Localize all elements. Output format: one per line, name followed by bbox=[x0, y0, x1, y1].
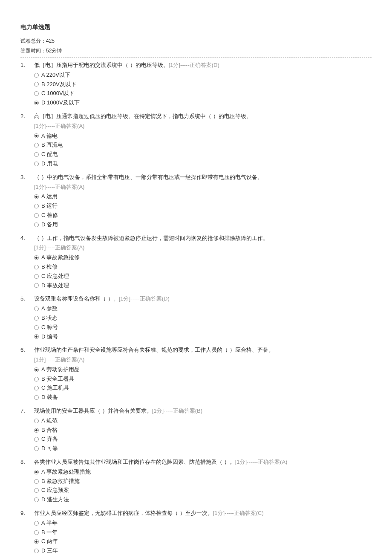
radio-icon[interactable] bbox=[34, 377, 39, 382]
question-stem: 作业人员应经医师鉴定，无妨碍工作的病症，体格检查每（ ）至少一次。[1分]---… bbox=[34, 509, 372, 518]
radio-icon[interactable] bbox=[34, 497, 39, 502]
option-row[interactable]: A 规范 bbox=[34, 416, 372, 425]
radio-icon[interactable] bbox=[34, 539, 39, 544]
radio-icon[interactable] bbox=[34, 437, 39, 442]
radio-icon[interactable] bbox=[34, 419, 39, 423]
question-number: 4. bbox=[20, 234, 34, 291]
option-row[interactable]: D 装备 bbox=[34, 393, 372, 402]
options: A 参数B 状态C 称号D 编号 bbox=[34, 304, 372, 341]
radio-icon[interactable] bbox=[34, 325, 39, 330]
option-row[interactable]: C 施工机具 bbox=[34, 384, 372, 393]
radio-icon[interactable] bbox=[34, 73, 39, 78]
option-row[interactable]: D 可靠 bbox=[34, 444, 372, 453]
question-number: 7. bbox=[20, 407, 34, 454]
option-row[interactable]: D 备用 bbox=[34, 220, 372, 229]
option-label: C 1000V以下 bbox=[41, 89, 74, 98]
option-row[interactable]: B 运行 bbox=[34, 202, 372, 211]
option-row[interactable]: B 状态 bbox=[34, 314, 372, 323]
answer-hint: [1分]-----正确答案(A) bbox=[34, 122, 372, 131]
radio-icon[interactable] bbox=[34, 428, 39, 433]
radio-icon[interactable] bbox=[34, 395, 39, 400]
question-stem-text: 低［电］压指用于配电的交流系统中（ ）的电压等级。 bbox=[34, 62, 169, 68]
option-label: C 齐备 bbox=[41, 435, 58, 444]
radio-icon[interactable] bbox=[34, 470, 39, 474]
question-stem-text: 现场使用的安全工器具应（ ）并符合有关要求。 bbox=[34, 408, 152, 414]
radio-icon[interactable] bbox=[34, 204, 39, 208]
radio-icon[interactable] bbox=[34, 274, 39, 279]
question-body: 低［电］压指用于配电的交流系统中（ ）的电压等级。[1分]-----正确答案(D… bbox=[34, 61, 372, 108]
radio-icon[interactable] bbox=[34, 334, 39, 339]
radio-icon[interactable] bbox=[34, 143, 39, 147]
answer-hint: [1分]-----正确答案(C) bbox=[213, 510, 264, 516]
radio-icon[interactable] bbox=[34, 316, 39, 321]
option-label: C 应急预案 bbox=[41, 486, 69, 495]
option-row[interactable]: C 配电 bbox=[34, 150, 372, 159]
radio-icon[interactable] bbox=[34, 133, 39, 138]
option-row[interactable]: C 称号 bbox=[34, 323, 372, 332]
radio-icon[interactable] bbox=[34, 479, 39, 484]
option-row[interactable]: A 半年 bbox=[34, 519, 372, 528]
option-label: D 三年 bbox=[41, 546, 58, 555]
option-row[interactable]: A 事故紧急处理措施 bbox=[34, 468, 372, 477]
option-label: C 配电 bbox=[41, 150, 58, 159]
question-item: 5.设备双重名称即设备名称和（ ）。[1分]-----正确答案(D)A 参数B … bbox=[20, 295, 372, 341]
radio-icon[interactable] bbox=[34, 223, 39, 227]
option-row[interactable]: B 合格 bbox=[34, 426, 372, 435]
option-row[interactable]: C 检修 bbox=[34, 211, 372, 220]
option-row[interactable]: B 直流电 bbox=[34, 141, 372, 150]
option-row[interactable]: B 一年 bbox=[34, 528, 372, 537]
options: A 220V以下B 220V及以下C 1000V以下D 1000V及以下 bbox=[34, 71, 372, 107]
radio-icon[interactable] bbox=[34, 213, 39, 218]
option-row[interactable]: D 事故处理 bbox=[34, 281, 372, 290]
option-label: A 半年 bbox=[41, 519, 58, 528]
option-row[interactable]: C 应急处理 bbox=[34, 272, 372, 281]
answer-hint: [1分]-----正确答案(A) bbox=[34, 356, 372, 364]
radio-icon[interactable] bbox=[34, 283, 39, 288]
radio-icon[interactable] bbox=[34, 549, 39, 553]
radio-icon[interactable] bbox=[34, 91, 39, 96]
option-label: B 紧急救护措施 bbox=[41, 477, 80, 486]
radio-icon[interactable] bbox=[34, 265, 39, 269]
option-row[interactable]: D 逃生方法 bbox=[34, 495, 372, 504]
option-row[interactable]: A 参数 bbox=[34, 304, 372, 313]
option-row[interactable]: D 三年 bbox=[34, 546, 372, 555]
option-row[interactable]: A 事故紧急抢修 bbox=[34, 253, 372, 262]
radio-icon[interactable] bbox=[34, 194, 39, 199]
option-row[interactable]: B 220V及以下 bbox=[34, 80, 372, 89]
question-item: 2.高［电］压通常指超过低压的电压等级。在特定情况下，指电力系统中（ ）的电压等… bbox=[20, 112, 372, 169]
radio-icon[interactable] bbox=[34, 521, 39, 526]
radio-icon[interactable] bbox=[34, 367, 39, 372]
radio-icon[interactable] bbox=[34, 530, 39, 535]
option-label: B 直流电 bbox=[41, 141, 63, 150]
option-row[interactable]: C 齐备 bbox=[34, 435, 372, 444]
option-label: A 输电 bbox=[41, 132, 58, 141]
radio-icon[interactable] bbox=[34, 488, 39, 493]
option-row[interactable]: D 用电 bbox=[34, 159, 372, 168]
radio-icon[interactable] bbox=[34, 255, 39, 260]
option-row[interactable]: C 两年 bbox=[34, 537, 372, 546]
radio-icon[interactable] bbox=[34, 152, 39, 157]
option-row[interactable]: D 编号 bbox=[34, 332, 372, 341]
radio-icon[interactable] bbox=[34, 446, 39, 451]
answer-hint: [1分]-----正确答案(D) bbox=[169, 62, 219, 68]
option-row[interactable]: C 应急预案 bbox=[34, 486, 372, 495]
option-label: D 可靠 bbox=[41, 444, 58, 453]
option-row[interactable]: C 1000V以下 bbox=[34, 89, 372, 98]
option-row[interactable]: A 劳动防护用品 bbox=[34, 365, 372, 374]
question-body: 各类作业人员应被告知其作业现场和工作岗位存在的危险因素、防范措施及（ ）。[1分… bbox=[34, 458, 372, 505]
radio-icon[interactable] bbox=[34, 386, 39, 390]
radio-icon[interactable] bbox=[34, 82, 39, 87]
radio-icon[interactable] bbox=[34, 162, 39, 166]
question-stem-text: 设备双重名称即设备名称和（ ）。 bbox=[34, 295, 119, 302]
option-label: D 逃生方法 bbox=[41, 495, 69, 504]
option-row[interactable]: B 检修 bbox=[34, 263, 372, 272]
option-row[interactable]: A 输电 bbox=[34, 132, 372, 141]
option-row[interactable]: A 220V以下 bbox=[34, 71, 372, 80]
radio-icon[interactable] bbox=[34, 101, 39, 105]
option-row[interactable]: B 安全工器具 bbox=[34, 375, 372, 384]
option-row[interactable]: B 紧急救护措施 bbox=[34, 477, 372, 486]
question-number: 2. bbox=[20, 112, 34, 169]
option-row[interactable]: D 1000V及以下 bbox=[34, 98, 372, 107]
option-row[interactable]: A 运用 bbox=[34, 192, 372, 201]
radio-icon[interactable] bbox=[34, 306, 39, 311]
